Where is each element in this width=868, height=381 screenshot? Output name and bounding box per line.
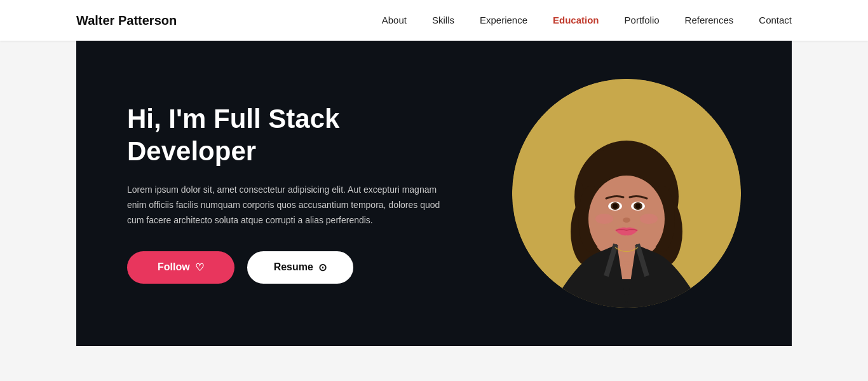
follow-button[interactable]: Follow (127, 251, 234, 284)
nav-link-education[interactable]: Education (553, 15, 599, 25)
resume-button[interactable]: Resume (247, 251, 353, 284)
nav-item-experience[interactable]: Experience (480, 15, 527, 26)
hero-title: Hi, I'm Full Stack Developer (127, 103, 445, 167)
heart-icon (195, 261, 204, 274)
hero-section: Hi, I'm Full Stack Developer Lorem ipsum… (76, 41, 792, 346)
brand-logo[interactable]: Walter Patterson (76, 13, 177, 28)
svg-point-20 (640, 214, 658, 224)
hero-description: Lorem ipsum dolor sit, amet consectetur … (127, 183, 445, 228)
nav-link-contact[interactable]: Contact (759, 15, 792, 25)
svg-point-17 (635, 204, 641, 209)
hero-content: Hi, I'm Full Stack Developer Lorem ipsum… (127, 103, 445, 283)
nav-link-references[interactable]: References (685, 15, 734, 25)
follow-label: Follow (158, 261, 190, 273)
nav-link-skills[interactable]: Skills (432, 15, 454, 25)
hero-buttons: Follow Resume (127, 251, 445, 284)
navbar: Walter Patterson About Skills Experience… (0, 0, 868, 41)
nav-link-portfolio[interactable]: Portfolio (625, 15, 660, 25)
svg-point-18 (623, 218, 630, 223)
nav-item-education[interactable]: Education (553, 15, 599, 26)
nav-item-references[interactable]: References (685, 15, 734, 26)
download-icon (318, 261, 327, 274)
nav-menu: About Skills Experience Education Portfo… (382, 15, 792, 26)
nav-item-portfolio[interactable]: Portfolio (625, 15, 660, 26)
nav-link-experience[interactable]: Experience (480, 15, 527, 25)
nav-item-skills[interactable]: Skills (432, 15, 454, 26)
svg-point-14 (613, 204, 618, 209)
svg-point-19 (595, 214, 613, 224)
nav-link-about[interactable]: About (382, 15, 407, 25)
nav-item-about[interactable]: About (382, 15, 407, 26)
hero-image (512, 79, 741, 308)
nav-item-contact[interactable]: Contact (759, 15, 792, 26)
resume-label: Resume (274, 261, 313, 273)
portrait-svg (512, 79, 741, 308)
